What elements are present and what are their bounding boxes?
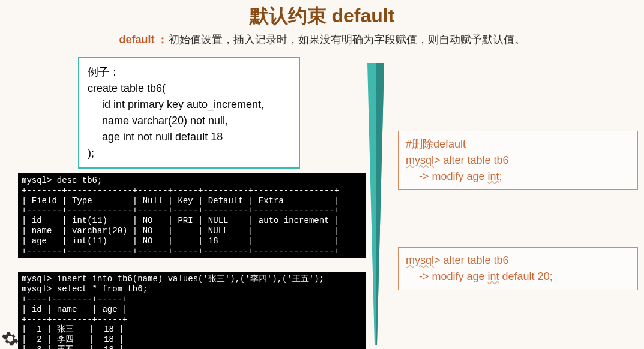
note-text: > alter table tb6	[434, 254, 509, 266]
example-line: 例子：	[88, 64, 290, 80]
example-line: create table tb6(	[88, 80, 290, 97]
subtitle-text: 初始值设置，插入记录时，如果没有明确为字段赋值，则自动赋予默认值。	[169, 34, 525, 46]
note-kw: int	[488, 170, 499, 182]
example-line: age int not null default 18	[88, 129, 290, 145]
gear-icon	[1, 330, 19, 348]
note-line: #删除default	[406, 136, 630, 152]
page-title: 默认约束 default	[0, 3, 644, 29]
note-kw: int	[488, 270, 499, 282]
note-text: > alter table tb6	[434, 154, 509, 166]
vertical-divider-icon	[365, 63, 387, 345]
note-line: mysql> alter table tb6	[406, 252, 630, 269]
note-text: -> modify age	[419, 270, 488, 282]
terminal-desc-output: mysql> desc tb6; +-------+-------------+…	[18, 173, 366, 258]
right-column: #删除default mysql> alter table tb6 -> mod…	[398, 131, 638, 347]
note-text: -> modify age	[419, 170, 488, 182]
subtitle-keyword: default ：	[119, 34, 168, 46]
example-line: id int primary key auto_increment,	[88, 97, 290, 113]
example-line: );	[88, 145, 290, 161]
note-kw: mysql	[406, 254, 434, 266]
note-modify-default: mysql> alter table tb6 -> modify age int…	[398, 247, 638, 290]
page-subtitle: default ：初始值设置，插入记录时，如果没有明确为字段赋值，则自动赋予默认…	[0, 32, 644, 47]
example-line: name varchar(20) not null,	[88, 113, 290, 129]
note-text: ;	[499, 170, 502, 182]
note-drop-default: #删除default mysql> alter table tb6 -> mod…	[398, 131, 638, 190]
note-kw: mysql	[406, 154, 434, 166]
note-line: -> modify age int default 20;	[406, 269, 630, 285]
note-line: mysql> alter table tb6	[406, 152, 630, 169]
note-text: default 20;	[499, 270, 553, 282]
note-line: -> modify age int;	[406, 169, 630, 185]
left-column: 例子： create table tb6( id int primary key…	[18, 57, 366, 349]
example-code-box: 例子： create table tb6( id int primary key…	[78, 57, 300, 169]
terminal-select-output: mysql> insert into tb6(name) values('张三'…	[18, 272, 366, 349]
